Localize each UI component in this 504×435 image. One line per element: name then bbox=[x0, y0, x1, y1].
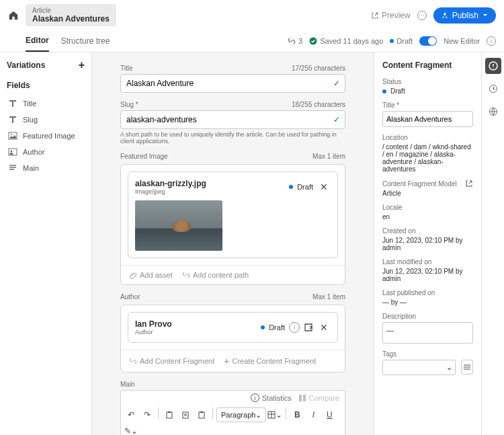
link-icon bbox=[182, 271, 190, 279]
remove-author-button[interactable]: ✕ bbox=[317, 322, 331, 333]
modified-label: Last modified on bbox=[382, 258, 473, 266]
publish-button[interactable]: Publish bbox=[433, 7, 496, 24]
tags-browse-button[interactable] bbox=[461, 360, 473, 374]
open-icon[interactable] bbox=[304, 323, 313, 332]
link-icon bbox=[288, 37, 296, 45]
title-input[interactable] bbox=[120, 74, 345, 93]
preview-button[interactable]: Preview bbox=[371, 11, 411, 20]
author-status: Draft bbox=[269, 323, 285, 331]
rocket-icon bbox=[442, 12, 448, 19]
svg-point-4 bbox=[11, 151, 13, 153]
home-icon[interactable] bbox=[8, 10, 19, 21]
modified-value: Jun 12, 2023, 02:10 PM by admin bbox=[382, 268, 473, 282]
svg-rect-10 bbox=[199, 412, 204, 418]
paste-text-button[interactable] bbox=[178, 407, 193, 422]
add-asset-button[interactable]: Add asset bbox=[129, 271, 173, 279]
svg-point-2 bbox=[11, 134, 12, 135]
text-icon bbox=[8, 115, 17, 124]
featured-image-label: Featured Image bbox=[120, 153, 168, 160]
rp-title-label: Title * bbox=[382, 102, 473, 109]
author-label: Author bbox=[120, 293, 140, 301]
image-mimetype: Image/jpeg bbox=[135, 188, 206, 195]
rte-editor: iStatistics Compare ↶ ↷ Paragraph⌄ ⌄ B I bbox=[120, 390, 345, 435]
format-select[interactable]: Paragraph⌄ bbox=[216, 407, 266, 422]
info-icon[interactable]: i bbox=[487, 36, 496, 46]
author-icon bbox=[8, 147, 17, 157]
remove-image-button[interactable]: ✕ bbox=[317, 182, 331, 192]
saved-status: Saved 11 days ago bbox=[309, 37, 383, 45]
field-item-main[interactable]: Main bbox=[7, 160, 85, 176]
bold-button[interactable]: B bbox=[290, 407, 304, 422]
svg-rect-5 bbox=[299, 395, 302, 401]
tab-structure[interactable]: Structure tree bbox=[61, 31, 110, 51]
author-meta: Max 1 item bbox=[312, 293, 345, 301]
paperclip-icon bbox=[129, 271, 137, 279]
help-icon[interactable]: ⋯ bbox=[417, 11, 427, 20]
location-label: Location bbox=[382, 134, 473, 141]
model-value: Article bbox=[382, 190, 473, 197]
author-card: Ian Provo Author Draft i ✕ Add Content F… bbox=[120, 305, 345, 372]
svg-rect-7 bbox=[167, 412, 172, 418]
rail-globe-icon[interactable] bbox=[485, 104, 501, 120]
slug-input[interactable] bbox=[120, 110, 345, 129]
new-editor-toggle[interactable] bbox=[419, 36, 437, 46]
featured-image-meta: Max 1 item bbox=[312, 153, 345, 160]
rail-history-icon[interactable] bbox=[485, 81, 501, 97]
paste-word-button[interactable] bbox=[194, 407, 209, 422]
open-model-icon[interactable] bbox=[465, 180, 473, 188]
table-button[interactable]: ⌄ bbox=[267, 407, 282, 422]
rte-toolbar: ↶ ↷ Paragraph⌄ ⌄ B I U ✎⌄ bbox=[121, 405, 345, 435]
color-button[interactable]: ✎⌄ bbox=[124, 424, 138, 435]
add-cf-button[interactable]: Add Content Fragment bbox=[129, 356, 214, 366]
status-value: Draft bbox=[382, 87, 473, 95]
title-meta: 17/255 characters bbox=[292, 65, 345, 72]
text-icon bbox=[8, 99, 17, 108]
description-label: Description bbox=[382, 313, 473, 320]
field-item-slug[interactable]: Slug bbox=[7, 112, 85, 128]
create-cf-button[interactable]: +Create Content Fragment bbox=[224, 356, 316, 366]
chevron-down-icon bbox=[482, 13, 488, 18]
right-panel-heading: Content Fragment bbox=[382, 61, 473, 70]
underline-button[interactable]: U bbox=[322, 407, 337, 422]
locale-label: Locale bbox=[382, 204, 473, 211]
slug-hint: A short path to be used to uniquely iden… bbox=[120, 131, 345, 145]
field-item-author[interactable]: Author bbox=[7, 144, 85, 160]
svg-rect-11 bbox=[200, 411, 203, 413]
image-status: Draft bbox=[297, 183, 313, 191]
draft-status: Draft bbox=[390, 37, 413, 45]
redo-button[interactable]: ↷ bbox=[140, 407, 155, 422]
svg-rect-6 bbox=[303, 395, 306, 401]
fields-heading: Fields bbox=[7, 81, 85, 90]
new-editor-label: New Editor bbox=[444, 37, 480, 45]
field-item-title[interactable]: Title bbox=[7, 95, 85, 112]
locale-value: en bbox=[382, 213, 473, 221]
variations-heading: Variations bbox=[7, 61, 45, 70]
statistics-button[interactable]: iStatistics bbox=[251, 393, 292, 402]
columns-icon bbox=[298, 394, 306, 402]
description-input[interactable]: — bbox=[382, 322, 473, 344]
add-content-path-button[interactable]: Add content path bbox=[182, 271, 249, 279]
rail-properties-icon[interactable] bbox=[485, 58, 501, 74]
tab-editor[interactable]: Editor bbox=[26, 30, 49, 52]
rp-title-input[interactable] bbox=[382, 111, 473, 127]
author-name: Ian Provo bbox=[135, 319, 172, 329]
tags-select[interactable]: ⌄ bbox=[382, 360, 456, 375]
check-icon: ✓ bbox=[333, 79, 340, 88]
slug-label: Slug * bbox=[120, 101, 138, 108]
breadcrumb: Article Alaskan Adventures bbox=[26, 4, 116, 26]
tags-label: Tags bbox=[382, 350, 473, 358]
field-item-featured-image[interactable]: Featured Image bbox=[7, 128, 85, 144]
status-label: Status bbox=[382, 78, 473, 85]
links-indicator[interactable]: 3 bbox=[288, 37, 302, 45]
title-label: Title bbox=[120, 65, 133, 72]
paste-button[interactable] bbox=[162, 407, 177, 422]
check-circle-icon bbox=[309, 37, 317, 45]
author-info-icon[interactable]: i bbox=[289, 322, 300, 333]
compare-button: Compare bbox=[298, 394, 339, 402]
external-link-icon bbox=[371, 11, 379, 19]
italic-button[interactable]: I bbox=[306, 407, 321, 422]
location-value: / content / dam / wknd-shared / en / mag… bbox=[382, 143, 473, 173]
published-label: Last published on bbox=[382, 289, 473, 296]
undo-button[interactable]: ↶ bbox=[124, 407, 138, 422]
add-variation-button[interactable]: + bbox=[79, 59, 85, 71]
